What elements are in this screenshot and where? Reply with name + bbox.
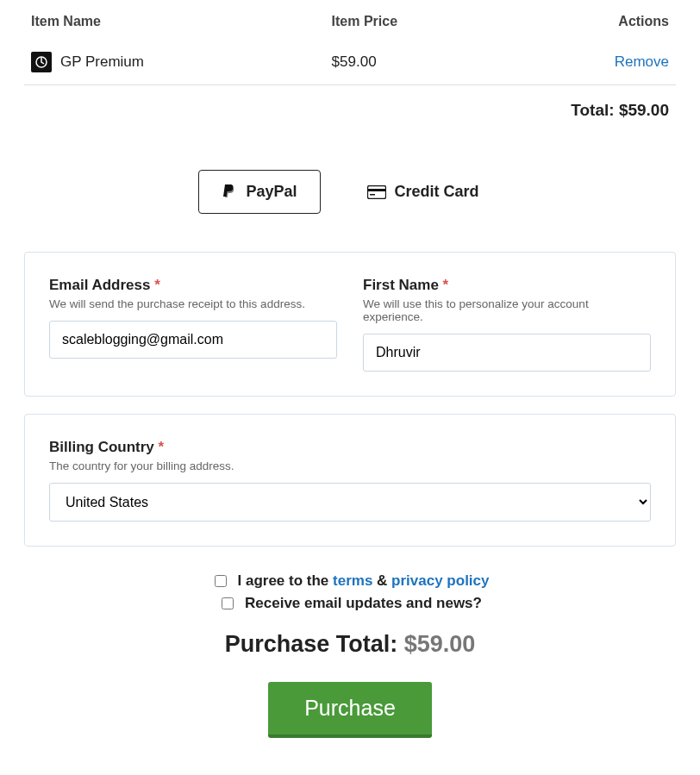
updates-text: Receive email updates and news? [245, 595, 482, 612]
privacy-link[interactable]: privacy policy [391, 572, 489, 589]
email-help: We will send the purchase receipt to thi… [49, 297, 337, 310]
terms-link[interactable]: terms [333, 572, 372, 589]
remove-link[interactable]: Remove [615, 53, 669, 70]
col-header-price: Item Price [325, 0, 514, 41]
country-help: The country for your billing address. [49, 459, 651, 472]
firstname-input[interactable] [363, 334, 651, 372]
agree-text-prefix: I agree to the [238, 572, 329, 589]
required-mark: * [159, 439, 165, 455]
product-icon [31, 52, 52, 72]
country-label: Billing Country [49, 439, 154, 455]
tab-credit-card[interactable]: Credit Card [345, 170, 502, 214]
required-mark: * [443, 277, 449, 293]
payment-method-tabs: PayPal Credit Card [24, 170, 676, 214]
required-mark: * [154, 277, 160, 293]
agree-checkbox[interactable] [215, 575, 227, 587]
firstname-label: First Name [363, 277, 439, 293]
firstname-help: We will use this to personalize your acc… [363, 297, 651, 323]
agree-amp: & [377, 572, 387, 589]
country-select[interactable]: United States [49, 483, 651, 522]
tab-credit-label: Credit Card [395, 183, 479, 201]
item-name: GP Premium [60, 53, 144, 71]
purchase-total: Purchase Total: $59.00 [24, 631, 676, 658]
svg-rect-1 [367, 185, 385, 198]
purchase-button[interactable]: Purchase [268, 682, 432, 738]
table-row: GP Premium $59.00 Remove [24, 41, 676, 85]
col-header-actions: Actions [514, 0, 676, 41]
agreement-section: I agree to the terms & privacy policy Re… [24, 572, 676, 612]
email-field-group: Email Address * We will send the purchas… [49, 277, 337, 372]
email-label: Email Address [49, 277, 150, 293]
tab-paypal-label: PayPal [246, 183, 297, 201]
email-input[interactable] [49, 321, 337, 359]
credit-card-icon [367, 185, 386, 199]
item-price: $59.00 [325, 41, 514, 85]
svg-rect-2 [367, 189, 386, 191]
cart-total: Total: $59.00 [24, 85, 676, 127]
firstname-field-group: First Name * We will use this to persona… [363, 277, 651, 372]
tab-paypal[interactable]: PayPal [198, 170, 320, 214]
cart-table: Item Name Item Price Actions GP Premium … [24, 0, 676, 85]
col-header-name: Item Name [24, 0, 325, 41]
customer-info-panel: Email Address * We will send the purchas… [24, 252, 676, 397]
updates-checkbox[interactable] [222, 597, 234, 609]
paypal-icon [222, 184, 237, 201]
svg-rect-3 [370, 194, 375, 196]
billing-panel: Billing Country * The country for your b… [24, 414, 676, 547]
country-field-group: Billing Country * The country for your b… [49, 439, 651, 522]
